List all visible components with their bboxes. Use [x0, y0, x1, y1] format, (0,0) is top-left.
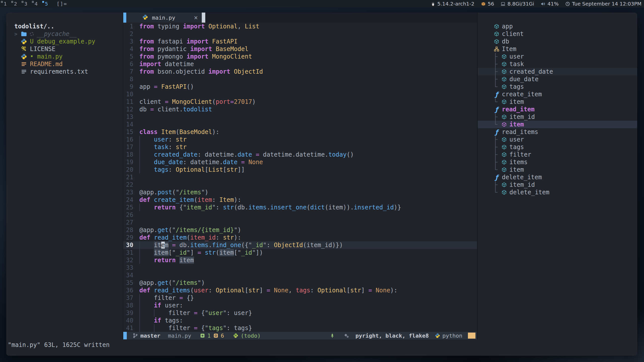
- linter-list: pyright, black, flake8: [355, 333, 429, 339]
- code-line-19[interactable]: 19 due_date: datetime.date = None: [123, 158, 477, 166]
- code-line-21[interactable]: 21: [123, 173, 477, 181]
- code-line-34[interactable]: 34: [123, 272, 477, 279]
- code-line-41[interactable]: 41 filter = {"tags": tags}: [123, 324, 477, 332]
- code-line-18[interactable]: 18 created_date: datetime.date = datetim…: [123, 151, 477, 158]
- code-line-5[interactable]: 5from pymongo import MongoClient: [123, 53, 477, 60]
- outline-symbol-created_date[interactable]: created_date: [478, 68, 637, 75]
- code-line-text: from pymongo import MongoClient: [139, 53, 252, 60]
- workspace-tag-5[interactable]: 5: [41, 0, 52, 8]
- outline-symbol-task[interactable]: task: [478, 60, 637, 68]
- outline-symbol-item[interactable]: item: [478, 98, 637, 106]
- code-line-1[interactable]: 1from typing import Optional, List: [123, 23, 477, 30]
- outline-symbol-delete_item[interactable]: delete_item: [478, 189, 637, 196]
- outline-symbol-client[interactable]: client: [478, 30, 637, 38]
- tree-connector: [494, 68, 501, 75]
- tab-close-icon[interactable]: ×: [194, 14, 198, 21]
- code-line-15[interactable]: 15class Item(BaseModel):: [123, 128, 477, 136]
- code-line-31[interactable]: 31 item["_id"] = str(item["_id"]): [123, 249, 477, 256]
- tree-root[interactable]: todolist/..: [6, 23, 123, 30]
- line-number: 29: [123, 234, 139, 241]
- outline-symbol-label: item_id: [509, 181, 535, 188]
- outline-symbol-Item[interactable]: Item: [478, 45, 637, 53]
- code-line-13[interactable]: 13: [123, 113, 477, 121]
- tree-file-requirements.txt[interactable]: requirements.txt: [6, 68, 123, 75]
- code-line-2[interactable]: 2: [123, 30, 477, 38]
- code-line-3[interactable]: 3from fastapi import FastAPI: [123, 38, 477, 45]
- code-line-16[interactable]: 16 user: str: [123, 136, 477, 143]
- python-icon: [21, 54, 27, 60]
- outline-symbol-items[interactable]: items: [478, 158, 637, 166]
- code-line-20[interactable]: 20 tags: Optional[List[str]]: [123, 166, 477, 173]
- workspace-tag-4[interactable]: 4: [31, 0, 41, 8]
- outline-symbol-filter[interactable]: filter: [478, 151, 637, 158]
- code-line-36[interactable]: 36def read_items(user: Optional[str] = N…: [123, 287, 477, 294]
- code-line-10[interactable]: 10: [123, 90, 477, 98]
- outline-symbol-item_id[interactable]: item_id: [478, 181, 637, 189]
- outline-symbol-item[interactable]: item: [478, 121, 637, 128]
- volume-icon: [541, 2, 545, 6]
- workspace-tag-1[interactable]: 1: [0, 0, 10, 8]
- workspace-tag-3[interactable]: 3: [21, 0, 31, 8]
- outline-symbol-read_item[interactable]: ƒread_item: [478, 106, 637, 113]
- code-line-26[interactable]: 26: [123, 211, 477, 219]
- tree-file-README.md[interactable]: README.md: [6, 60, 123, 68]
- code-line-6[interactable]: 6import datetime: [123, 60, 477, 68]
- outline-symbol-item[interactable]: item: [478, 166, 637, 173]
- bar-segment: 56: [481, 1, 494, 7]
- outline-symbol-create_item[interactable]: ƒcreate_item: [478, 90, 637, 98]
- code-line-27[interactable]: 27: [123, 219, 477, 226]
- code-line-29[interactable]: 29def read_item(item_id: str):: [123, 234, 477, 241]
- outline-symbol-user[interactable]: user: [478, 53, 637, 60]
- code-line-14[interactable]: 14: [123, 121, 477, 128]
- code-line-28[interactable]: 28@app.get("/items/{item_id}"): [123, 226, 477, 234]
- code-line-8[interactable]: 8: [123, 75, 477, 83]
- code-line-32[interactable]: 32 return item: [123, 256, 477, 264]
- outline-symbol-delete_item[interactable]: ƒdelete_item: [478, 173, 637, 181]
- code-line-23[interactable]: 23@app.post("/items"): [123, 189, 477, 196]
- git-modified-count: 6: [221, 333, 224, 339]
- code-line-37[interactable]: 37 filter = {}: [123, 294, 477, 302]
- tree-connector: [494, 83, 501, 90]
- outline-symbol-due_date[interactable]: due_date: [478, 75, 637, 83]
- git-ignored-icon: [30, 32, 34, 36]
- tree-dir-__pycache__[interactable]: >__pycache__: [6, 30, 123, 38]
- tree-file-main.py[interactable]: •main.py: [6, 53, 123, 60]
- code-line-25[interactable]: 25 return {"item_id": str(db.items.inser…: [123, 204, 477, 211]
- outline-symbol-user[interactable]: user: [478, 136, 637, 143]
- code-line-40[interactable]: 40 if tags:: [123, 317, 477, 324]
- code-line-11[interactable]: 11client = MongoClient(port=27017): [123, 98, 477, 106]
- code-editor[interactable]: 1from typing import Optional, List23from…: [123, 23, 477, 332]
- tree-connector: [494, 189, 501, 196]
- tree-file-debug_example.py[interactable]: Udebug_example.py: [6, 38, 123, 45]
- code-line-17[interactable]: 17 task: str: [123, 143, 477, 151]
- code-line-35[interactable]: 35@app.get("/items"): [123, 279, 477, 287]
- outline-symbol-item_id[interactable]: item_id: [478, 113, 637, 121]
- outline-symbol-db[interactable]: db: [478, 38, 637, 45]
- outline-symbol-read_items[interactable]: ƒread_items: [478, 128, 637, 136]
- workspace-tag-2[interactable]: 2: [10, 0, 21, 8]
- tree-connector: [494, 113, 501, 121]
- code-line-9[interactable]: 9app = FastAPI(): [123, 83, 477, 90]
- bar-segment-text: Tue September 14 12:03PM: [572, 1, 641, 7]
- code-line-4[interactable]: 4from pydantic import BaseModel: [123, 45, 477, 53]
- code-line-38[interactable]: 38 if user:: [123, 302, 477, 309]
- symbols-outline[interactable]: appclientdbItemusertaskcreated_datedue_d…: [478, 13, 637, 339]
- tab-main-py[interactable]: main.py ×: [126, 13, 202, 23]
- outline-symbol-tags[interactable]: tags: [478, 83, 637, 90]
- tree-file-LICENSE[interactable]: LICENSE: [6, 45, 123, 53]
- outline-symbol-label: created_date: [509, 68, 553, 75]
- code-line-39[interactable]: 39 filter = {"user": user}: [123, 309, 477, 317]
- outline-symbol-app[interactable]: app: [478, 23, 637, 30]
- code-line-30[interactable]: 30 item = db.items.find_one({"_id": Obje…: [123, 241, 477, 249]
- file-explorer[interactable]: todolist/.. >__pycache__Udebug_example.p…: [6, 13, 123, 339]
- outline-symbol-tags[interactable]: tags: [478, 143, 637, 151]
- python-icon: [435, 333, 440, 338]
- code-line-22[interactable]: 22: [123, 181, 477, 189]
- clock-icon: [565, 2, 570, 6]
- code-line-7[interactable]: 7from bson.objectid import ObjectId: [123, 68, 477, 75]
- code-line-24[interactable]: 24def create_item(item: Item):: [123, 196, 477, 204]
- mode-indicator-block: [468, 333, 475, 339]
- chevron-right-icon[interactable]: >: [14, 30, 21, 38]
- code-line-12[interactable]: 12db = client.todolist: [123, 106, 477, 113]
- code-line-33[interactable]: 33: [123, 264, 477, 272]
